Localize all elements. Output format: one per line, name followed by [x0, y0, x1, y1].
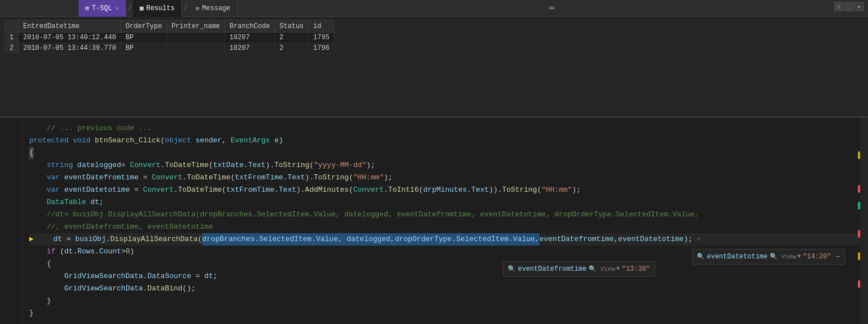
- code-line-fromtime: var eventDatefromtime = Convert . ToDate…: [29, 172, 868, 184]
- ln-10: [4, 246, 20, 258]
- row-1-num: 1: [5, 33, 19, 43]
- win-btn-minimize[interactable]: _: [844, 2, 853, 11]
- dropdown-arrow-2[interactable]: ▼: [797, 251, 801, 263]
- kw-var2: var: [47, 184, 59, 196]
- tooltip2-value: "14:20": [803, 251, 831, 263]
- var-gridview: GridViewSearchData: [64, 270, 143, 283]
- indent12: [29, 295, 47, 307]
- dropdown-arrow-1[interactable]: ▼: [616, 263, 619, 275]
- tab-message-label: Message: [202, 4, 230, 12]
- var-dt3: dt: [64, 246, 73, 258]
- sp: [86, 196, 90, 209]
- var-gridview2: GridViewSearchData: [64, 283, 143, 295]
- win-btn-close[interactable]: ✕: [855, 2, 864, 11]
- dot13: .: [509, 233, 513, 246]
- tab-message[interactable]: ✉ Message: [189, 0, 238, 17]
- dot7: .: [384, 184, 388, 196]
- gutter-mark-4: [858, 230, 860, 238]
- p2: ).: [265, 159, 274, 172]
- sp3: [191, 135, 196, 147]
- kw-string: string: [47, 159, 73, 172]
- tab-results-label: Results: [146, 4, 174, 12]
- cutoff-text: // ... previous code ...: [29, 122, 151, 135]
- gutter-mark-5: [858, 252, 860, 260]
- paren1: (: [160, 135, 165, 147]
- type-datatable: DataTable: [47, 196, 86, 209]
- debug-tooltip-totime[interactable]: 🔍 eventDatetotime 🔍 View ▼ "14:20" —: [692, 249, 845, 265]
- p13: )).: [489, 184, 502, 196]
- kw-object: object: [165, 135, 191, 147]
- dot2: .: [244, 159, 248, 172]
- ln-5: [4, 184, 20, 196]
- window-controls: ◻ _ ✕: [834, 2, 864, 11]
- dot17: .: [143, 283, 148, 295]
- var-dt4: dt: [204, 270, 213, 283]
- p16: (: [198, 233, 203, 246]
- indent7: [36, 233, 53, 246]
- p4: );: [366, 159, 375, 172]
- p1: (: [209, 159, 213, 172]
- row-2-status: 2: [275, 43, 309, 54]
- prop-selecteditem2: SelectedItem: [456, 233, 509, 246]
- str-format1: "yyyy-MM-dd": [314, 159, 366, 172]
- sp: [60, 172, 65, 184]
- p6: ).: [305, 172, 314, 184]
- col-printer-name: Printer_name: [167, 21, 224, 33]
- param-drpminutes: drpMinutes: [423, 184, 467, 196]
- eq2: =: [143, 172, 152, 184]
- param-e: e: [274, 135, 279, 147]
- tab-tsql[interactable]: ⊞ T-SQL ✕: [79, 0, 126, 17]
- brace2: {: [47, 258, 51, 270]
- type-convert: Convert: [130, 159, 160, 172]
- drag-handle: ═: [549, 3, 557, 13]
- code-content[interactable]: // ... previous code ... protected void …: [22, 118, 868, 324]
- dot1: .: [160, 159, 165, 172]
- code-line-comment2: //, eventDatefromtime, eventDatetotime: [29, 221, 868, 233]
- brace-open: {: [29, 147, 34, 159]
- dot9: .: [106, 233, 111, 246]
- dot11: .: [311, 233, 316, 246]
- eq1: =: [121, 159, 130, 172]
- debug-tooltip-fromtime[interactable]: 🔍 eventDatefromtime 🔍 View ▼ "13:30": [503, 261, 655, 277]
- p7: (: [349, 172, 353, 184]
- type-eventargs: EventArgs: [231, 135, 270, 147]
- tooltip1-view-btn[interactable]: 🔍 View ▼: [589, 263, 619, 275]
- win-btn-restore[interactable]: ◻: [834, 2, 843, 11]
- tab-tsql-close[interactable]: ✕: [116, 5, 119, 12]
- tooltip2-icon: 🔍: [697, 251, 705, 263]
- param-sender: sender: [196, 135, 222, 147]
- method-addminutes: AddMinutes: [305, 184, 349, 196]
- eq4: =: [66, 233, 75, 246]
- method-displayall: DisplayAllSearchData: [111, 233, 198, 246]
- code-line-brace-open: {: [29, 147, 868, 159]
- p3: (: [309, 159, 314, 172]
- ln-11: [4, 258, 20, 270]
- p10: ).: [296, 184, 305, 196]
- col-branch-code: BranchCode: [225, 21, 275, 33]
- ln-9: [4, 233, 20, 246]
- indent10: [29, 270, 64, 283]
- param-txtdate: txtDate: [213, 159, 244, 172]
- message-icon: ✉: [196, 4, 200, 12]
- code-line-totime: var eventDatetotime = Convert . ToDateTi…: [29, 184, 868, 196]
- method-todatetime3: ToDateTime: [178, 184, 222, 196]
- dot12: .: [452, 233, 456, 246]
- type-convert2: Convert: [151, 172, 182, 184]
- row-2-num: 2: [5, 43, 19, 54]
- line-overflow: <: [697, 233, 701, 246]
- gutter-mark-6: [858, 280, 860, 288]
- tooltip2-view-btn[interactable]: 🔍 View ▼: [770, 251, 801, 263]
- tooltip2-close[interactable]: —: [835, 251, 839, 263]
- indent5: [29, 209, 47, 221]
- dot14: .: [73, 246, 77, 258]
- type-convert3: Convert: [143, 184, 174, 196]
- ln-8: [4, 221, 20, 233]
- str-format2: "HH:mm": [353, 172, 384, 184]
- ln-2: [4, 147, 20, 159]
- p12: (: [419, 184, 423, 196]
- ln-7: [4, 209, 20, 221]
- tab-results[interactable]: ▦ Results: [133, 0, 182, 17]
- p8: );: [384, 172, 393, 184]
- method-todatetime1: ToDateTime: [165, 159, 209, 172]
- num-0: 0: [126, 246, 130, 258]
